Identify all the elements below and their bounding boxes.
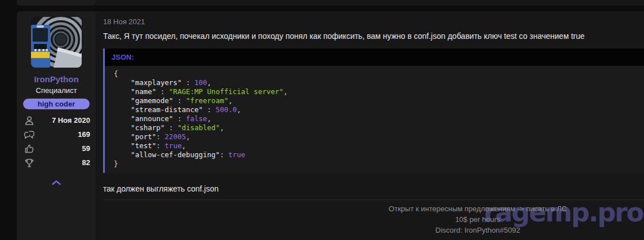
post-card: IronPython Специалист high coder 7 Ноя 2… [17,11,644,240]
code-block-language-header: JSON: [105,48,644,66]
stat-row-likes: 59 [24,141,90,155]
signature-line-offer: Открыт к интересным предложениям -> писа… [103,203,644,214]
post-closing-text: так должен выгляжеть conf.json [103,184,644,193]
author-username[interactable]: IronPython [34,74,78,84]
joined-date-value: 7 Ноя 2020 [52,116,90,125]
post-date: 18 Ноя 2021 [103,17,644,26]
user-icon [24,115,35,126]
posts-count-value: 169 [78,130,90,139]
previous-post-bottom-edge [17,0,644,6]
thumbs-up-icon [24,143,35,154]
stat-row-trophies: 82 [24,155,90,170]
previous-post-sidebar-edge [17,0,96,6]
signature-line-discord: Discord: IronPython#5092 [103,225,644,235]
trophy-icon [24,157,35,168]
code-lines: { "maxplayers" : 100, "name" : "RAGE:MP … [105,66,644,173]
signature-line-rate: 10$ per hours [103,214,644,225]
chevron-up-icon [51,180,61,185]
messages-icon [24,129,35,140]
stat-row-joined: 7 Ноя 2020 [24,113,90,127]
post-main-area: 18 Ноя 2021 Такс, Я тут посидел, почекал… [96,11,644,240]
signature-block: Открыт к интересным предложениям -> писа… [103,203,644,235]
trophies-count-value: 82 [82,158,90,167]
avatar[interactable] [31,17,82,68]
metro-tunnel-avatar-image [31,17,82,68]
code-block: JSON: { "maxplayers" : 100, "name" : "RA… [103,48,644,173]
author-sidebar: IronPython Специалист high coder 7 Ноя 2… [17,11,96,240]
author-role: Специалист [36,86,77,95]
stat-row-posts: 169 [24,127,90,141]
author-stats: 7 Ноя 2020 169 59 [17,113,96,170]
author-rank-badge: high coder [23,99,90,109]
collapse-author-panel-button[interactable] [51,177,61,188]
previous-post-main-edge [96,0,644,6]
post-body-text: Такс, Я тут посидел, почекал исходники и… [103,32,644,41]
likes-count-value: 59 [82,144,90,153]
